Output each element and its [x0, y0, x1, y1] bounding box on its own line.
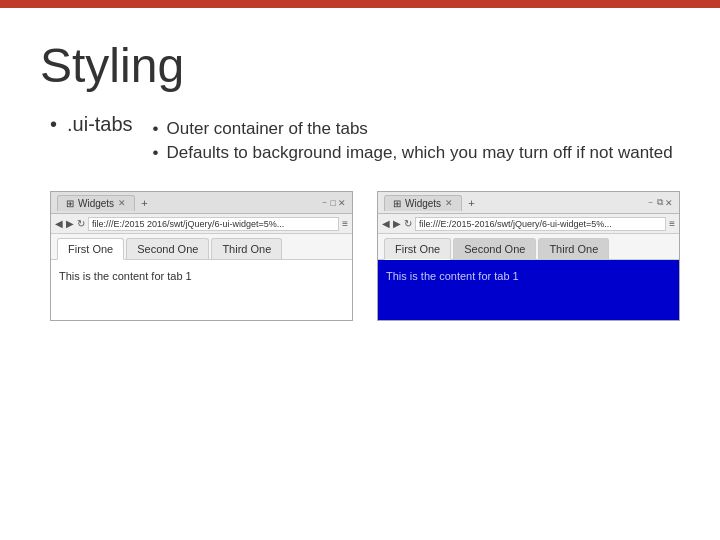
- back-btn-1[interactable]: ◀: [55, 218, 63, 229]
- back-btn-2[interactable]: ◀: [382, 218, 390, 229]
- tabs-nav-2: First One Second One Third One: [378, 234, 679, 260]
- tab-title-1: Widgets: [78, 198, 114, 209]
- ui-tab-2-third[interactable]: Third One: [538, 238, 609, 259]
- minimize-icon-2[interactable]: －: [646, 196, 655, 209]
- browser-body-2: First One Second One Third One This is t…: [378, 234, 679, 320]
- tab-favicon-1: ⊞: [66, 198, 74, 209]
- browser-titlebar-2: ⊞ Widgets ✕ + － ⧉ ✕: [378, 192, 679, 214]
- forward-btn-1[interactable]: ▶: [66, 218, 74, 229]
- tab-close-1[interactable]: ✕: [118, 198, 126, 208]
- tab-content-2: This is the content for tab 1: [378, 260, 679, 320]
- new-tab-btn-2[interactable]: +: [468, 197, 474, 209]
- forward-btn-2[interactable]: ▶: [393, 218, 401, 229]
- browser-titlebar-1: ⊞ Widgets ✕ + － □ ✕: [51, 192, 352, 214]
- tab-title-2: Widgets: [405, 198, 441, 209]
- tab-close-2[interactable]: ✕: [445, 198, 453, 208]
- slide-content: Styling .ui-tabs Outer container of the …: [0, 8, 720, 341]
- tabs-nav-1: First One Second One Third One: [51, 234, 352, 260]
- menu-btn-1[interactable]: ≡: [342, 218, 348, 229]
- close-icon-win-1[interactable]: ✕: [338, 198, 346, 208]
- browser-toolbar-1: ◀ ▶ ↻ file:///E:/2015 2016/swt/jQuery/6-…: [51, 214, 352, 234]
- window-controls-2: － ⧉ ✕: [646, 196, 673, 209]
- browser-tab-1[interactable]: ⊞ Widgets ✕: [57, 195, 135, 211]
- window-controls-1: － □ ✕: [320, 196, 346, 209]
- bullet-item-0: .ui-tabs Outer container of the tabs Def…: [50, 113, 680, 167]
- browser-toolbar-2: ◀ ▶ ↻ file:///E:/2015-2016/swt/jQuery/6-…: [378, 214, 679, 234]
- restore-icon-2[interactable]: ⧉: [657, 197, 663, 208]
- tab-favicon-2: ⊞: [393, 198, 401, 209]
- address-bar-2[interactable]: file:///E:/2015-2016/swt/jQuery/6-ui-wid…: [415, 217, 666, 231]
- browser-window-2: ⊞ Widgets ✕ + － ⧉ ✕ ◀ ▶ ↻ file:///E:/201…: [377, 191, 680, 321]
- close-icon-win-2[interactable]: ✕: [665, 198, 673, 208]
- sub-item-0-1: Defaults to background image, which you …: [153, 143, 673, 163]
- ui-tab-1-second[interactable]: Second One: [126, 238, 209, 259]
- sub-list-0: Outer container of the tabs Defaults to …: [133, 119, 673, 167]
- top-bar: [0, 0, 720, 8]
- maximize-icon-1[interactable]: □: [331, 198, 336, 208]
- browser-window-1: ⊞ Widgets ✕ + － □ ✕ ◀ ▶ ↻ file:///E:/201…: [50, 191, 353, 321]
- address-bar-1[interactable]: file:///E:/2015 2016/swt/jQuery/6-ui-wid…: [88, 217, 339, 231]
- ui-tab-2-second[interactable]: Second One: [453, 238, 536, 259]
- page-title: Styling: [40, 38, 680, 93]
- ui-tab-2-first[interactable]: First One: [384, 238, 451, 260]
- ui-tab-1-first[interactable]: First One: [57, 238, 124, 260]
- refresh-btn-1[interactable]: ↻: [77, 218, 85, 229]
- menu-btn-2[interactable]: ≡: [669, 218, 675, 229]
- tab-content-1: This is the content for tab 1: [51, 260, 352, 320]
- bullet-item-0-label: .ui-tabs: [67, 113, 133, 136]
- screenshots-row: ⊞ Widgets ✕ + － □ ✕ ◀ ▶ ↻ file:///E:/201…: [40, 191, 680, 321]
- bullet-list: .ui-tabs Outer container of the tabs Def…: [40, 113, 680, 167]
- refresh-btn-2[interactable]: ↻: [404, 218, 412, 229]
- new-tab-btn-1[interactable]: +: [141, 197, 147, 209]
- ui-tab-1-third[interactable]: Third One: [211, 238, 282, 259]
- browser-tab-2[interactable]: ⊞ Widgets ✕: [384, 195, 462, 211]
- minimize-icon-1[interactable]: －: [320, 196, 329, 209]
- browser-body-1: First One Second One Third One This is t…: [51, 234, 352, 320]
- sub-item-0-0: Outer container of the tabs: [153, 119, 673, 139]
